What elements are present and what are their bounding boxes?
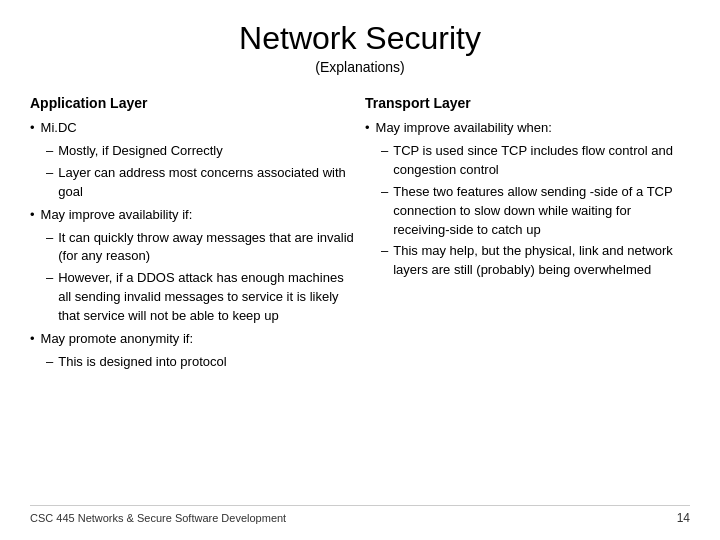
sub-list: – It can quickly throw away messages tha… [46, 229, 355, 326]
list-item: – Mostly, if Designed Correctly [46, 142, 355, 161]
sub-item-text: Mostly, if Designed Correctly [58, 142, 222, 161]
dash-icon: – [46, 353, 53, 372]
sub-item-text: TCP is used since TCP includes flow cont… [393, 142, 690, 180]
list-item: – This is designed into protocol [46, 353, 355, 372]
content-columns: Application Layer • Mi.DC – Mostly, if D… [30, 93, 690, 500]
dash-icon: – [46, 142, 53, 161]
slide-title: Network Security [30, 20, 690, 57]
slide: Network Security (Explanations) Applicat… [0, 0, 720, 540]
left-column: Application Layer • Mi.DC – Mostly, if D… [30, 93, 355, 500]
list-item: – However, if a DDOS attack has enough m… [46, 269, 355, 326]
sub-item-text: These two features allow sending -side o… [393, 183, 690, 240]
bullet-label: May improve availability if: [41, 206, 193, 225]
dash-icon: – [381, 142, 388, 161]
sub-item-text: However, if a DDOS attack has enough mac… [58, 269, 355, 326]
dash-icon: – [46, 269, 53, 288]
sub-item-text: It can quickly throw away messages that … [58, 229, 355, 267]
sub-item-text: This may help, but the physical, link an… [393, 242, 690, 280]
list-item: – TCP is used since TCP includes flow co… [381, 142, 690, 180]
footer-page-number: 14 [677, 511, 690, 525]
left-column-title: Application Layer [30, 93, 355, 113]
right-column: Transport Layer • May improve availabili… [365, 93, 690, 500]
list-item: – This may help, but the physical, link … [381, 242, 690, 280]
right-column-title: Transport Layer [365, 93, 690, 113]
slide-footer: CSC 445 Networks & Secure Software Devel… [30, 505, 690, 525]
list-item: • Mi.DC [30, 119, 355, 138]
list-item: • May improve availability when: [365, 119, 690, 138]
dash-icon: – [46, 164, 53, 183]
dash-icon: – [381, 242, 388, 261]
bullet-label: May improve availability when: [376, 119, 552, 138]
slide-subtitle: (Explanations) [30, 59, 690, 75]
sub-list: – Mostly, if Designed Correctly – Layer … [46, 142, 355, 202]
bullet-label: May promote anonymity if: [41, 330, 193, 349]
dash-icon: – [381, 183, 388, 202]
dash-icon: – [46, 229, 53, 248]
list-item: – These two features allow sending -side… [381, 183, 690, 240]
bullet-label: Mi.DC [41, 119, 77, 138]
sub-list: – TCP is used since TCP includes flow co… [381, 142, 690, 280]
bullet-icon: • [30, 119, 35, 138]
sub-item-text: This is designed into protocol [58, 353, 226, 372]
sub-list: – This is designed into protocol [46, 353, 355, 372]
bullet-icon: • [365, 119, 370, 138]
bullet-icon: • [30, 206, 35, 225]
list-item: – Layer can address most concerns associ… [46, 164, 355, 202]
list-item: – It can quickly throw away messages tha… [46, 229, 355, 267]
sub-item-text: Layer can address most concerns associat… [58, 164, 355, 202]
bullet-icon: • [30, 330, 35, 349]
list-item: • May promote anonymity if: [30, 330, 355, 349]
list-item: • May improve availability if: [30, 206, 355, 225]
footer-course: CSC 445 Networks & Secure Software Devel… [30, 512, 286, 524]
